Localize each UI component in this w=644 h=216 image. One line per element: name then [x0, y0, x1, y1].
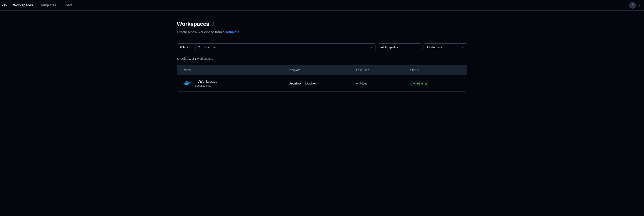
svg-rect-9 — [187, 81, 188, 82]
template-filter-label: All templates — [381, 46, 398, 49]
page-container: Workspaces ? Create a new workspace from… — [177, 11, 467, 92]
workspace-name: myWorkspace — [194, 80, 217, 84]
subtitle-suffix: . — [239, 30, 240, 34]
nav-left: Workspaces Templates Users — [2, 3, 72, 8]
count-mid: of — [190, 57, 195, 60]
help-icon[interactable]: ? — [212, 23, 215, 26]
filter-search-group: Filters — [177, 43, 376, 51]
svg-point-0 — [198, 46, 200, 48]
status-label: Running — [416, 82, 426, 85]
chevron-right-icon — [457, 82, 460, 85]
clear-search-button[interactable] — [370, 45, 374, 49]
nav-link-templates[interactable]: Templates — [40, 4, 56, 7]
docker-icon — [184, 80, 192, 87]
workspaces-table: Name Template Last Used Status — [177, 65, 467, 92]
status-cell: Running — [410, 81, 450, 86]
workspace-name-col: myWorkspace elenakozlova — [194, 80, 217, 87]
workspace-owner: elenakozlova — [194, 84, 217, 87]
template-cell: Develop in Docker — [288, 82, 356, 85]
chevron-down-icon — [462, 46, 464, 49]
filters-button[interactable]: Filters — [177, 43, 196, 51]
search-box — [196, 43, 376, 51]
search-input[interactable] — [203, 46, 368, 49]
col-status: Status — [410, 68, 450, 72]
close-icon — [370, 46, 373, 49]
status-filter-select[interactable]: All statuses — [424, 43, 467, 51]
svg-marker-10 — [414, 83, 415, 84]
svg-rect-4 — [185, 83, 186, 84]
top-nav: Workspaces Templates Users E — [0, 0, 644, 11]
col-template: Template — [288, 68, 356, 72]
subtitle-prefix: Create a new workspace from a — [177, 30, 226, 34]
svg-line-1 — [200, 48, 200, 49]
status-badge: Running — [410, 81, 429, 86]
table-header: Name Template Last Used Status — [177, 65, 467, 75]
count-total: 1 — [195, 57, 196, 60]
svg-rect-8 — [186, 81, 187, 82]
last-used-cell: Now — [356, 82, 410, 85]
status-filter-label: All statuses — [427, 46, 442, 49]
svg-rect-5 — [186, 83, 187, 84]
table-row[interactable]: myWorkspace elenakozlova Develop in Dock… — [177, 75, 467, 92]
app-logo[interactable] — [2, 3, 7, 8]
last-used-value: Now — [360, 82, 367, 85]
page-title-row: Workspaces ? — [177, 21, 467, 27]
count-suffix: workspaces — [196, 57, 213, 60]
avatar[interactable]: E — [629, 2, 636, 9]
play-icon — [413, 82, 415, 85]
filters-label: Filters — [180, 46, 188, 49]
avatar-menu-chevron[interactable] — [638, 4, 640, 7]
col-last-used: Last Used — [356, 68, 410, 72]
count-prefix: Showing — [177, 57, 189, 60]
page-subtitle: Create a new workspace from a Template. — [177, 30, 467, 34]
template-filter-select[interactable]: All templates — [378, 43, 422, 51]
chevron-down-icon — [416, 46, 418, 49]
chevron-down-icon — [190, 46, 192, 49]
activity-dot-icon — [356, 83, 358, 84]
page-header: Workspaces ? Create a new workspace from… — [177, 21, 467, 34]
search-icon — [198, 46, 200, 49]
svg-rect-6 — [187, 83, 188, 84]
results-count: Showing 1 of 1 workspaces — [177, 57, 467, 60]
col-name: Name — [184, 68, 288, 72]
template-link[interactable]: Template — [226, 30, 239, 34]
row-chevron[interactable] — [450, 82, 460, 85]
filter-bar: Filters All templates All statuses — [177, 43, 467, 51]
name-cell: myWorkspace elenakozlova — [184, 80, 288, 87]
nav-link-workspaces[interactable]: Workspaces — [13, 4, 33, 7]
nav-links: Workspaces Templates Users — [13, 4, 72, 7]
nav-right: E — [629, 2, 640, 9]
nav-link-users[interactable]: Users — [64, 4, 72, 7]
page-title: Workspaces — [177, 21, 209, 27]
